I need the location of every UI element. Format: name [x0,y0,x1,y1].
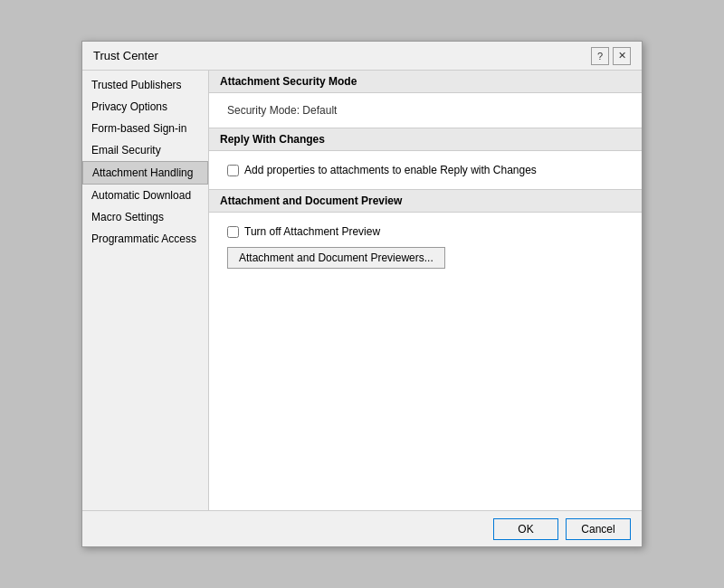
sidebar-item-privacy-options[interactable]: Privacy Options [82,96,208,118]
sidebar-item-automatic-download[interactable]: Automatic Download [82,185,208,206]
checkbox-label-1-0: Add properties to attachments to enable … [244,164,537,176]
checkbox-row-2-0: Turn off Attachment Preview [227,225,624,238]
content-area: Attachment Security ModeSecurity Mode: D… [209,71,642,510]
section-content-attachment-security-mode: Security Mode: Default [209,93,642,128]
static-text-0-0: Security Mode: Default [227,104,624,117]
cancel-button[interactable]: Cancel [566,518,631,540]
dialog-footer: OK Cancel [82,510,642,546]
checkbox-label-2-0: Turn off Attachment Preview [244,225,380,238]
close-button[interactable]: ✕ [613,47,631,65]
section-header-attachment-document-preview: Attachment and Document Preview [209,189,642,213]
title-bar-buttons: ? ✕ [591,47,631,65]
dialog-title: Trust Center [93,49,158,62]
sidebar-item-macro-settings[interactable]: Macro Settings [82,206,208,228]
section-content-reply-with-changes: Add properties to attachments to enable … [209,151,642,189]
trust-center-dialog: Trust Center ? ✕ Trusted PublishersPriva… [81,41,643,547]
sidebar: Trusted PublishersPrivacy OptionsForm-ba… [82,71,209,510]
title-bar: Trust Center ? ✕ [82,42,642,71]
section-header-reply-with-changes: Reply With Changes [209,128,642,151]
checkbox-1-0[interactable] [227,165,239,176]
action-button-2-1[interactable]: Attachment and Document Previewers... [227,247,445,269]
ok-button[interactable]: OK [493,518,558,540]
section-header-attachment-security-mode: Attachment Security Mode [209,71,642,93]
help-button[interactable]: ? [591,47,609,65]
sidebar-item-trusted-publishers[interactable]: Trusted Publishers [82,74,208,96]
dialog-body: Trusted PublishersPrivacy OptionsForm-ba… [82,71,642,510]
checkbox-row-1-0: Add properties to attachments to enable … [227,164,624,176]
sidebar-item-email-security[interactable]: Email Security [82,139,208,161]
checkbox-2-0[interactable] [227,226,239,238]
sidebar-item-form-based-sign-in[interactable]: Form-based Sign-in [82,118,208,139]
sidebar-item-attachment-handling[interactable]: Attachment Handling [82,161,208,185]
sidebar-item-programmatic-access[interactable]: Programmatic Access [82,228,208,250]
section-content-attachment-document-preview: Turn off Attachment PreviewAttachment an… [209,213,642,276]
